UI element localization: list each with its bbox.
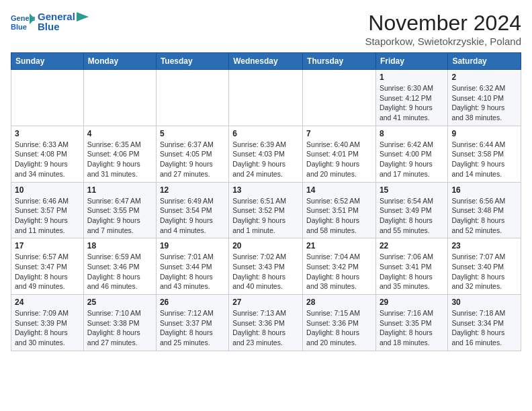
svg-marker-3	[77, 12, 89, 21]
day-info: Sunrise: 6:46 AM Sunset: 3:57 PM Dayligh…	[15, 196, 80, 236]
day-number: 23	[451, 241, 517, 250]
logo: General Blue General Blue	[11, 11, 89, 32]
calendar-cell	[156, 70, 228, 126]
day-info: Sunrise: 6:49 AM Sunset: 3:54 PM Dayligh…	[160, 196, 225, 236]
calendar-week-4: 17Sunrise: 6:57 AM Sunset: 3:47 PM Dayli…	[11, 238, 521, 295]
calendar-cell: 1Sunrise: 6:30 AM Sunset: 4:12 PM Daylig…	[375, 70, 447, 126]
day-info: Sunrise: 7:07 AM Sunset: 3:40 PM Dayligh…	[451, 252, 517, 291]
weekday-header-thursday: Thursday	[303, 53, 376, 70]
day-number: 12	[160, 185, 225, 195]
day-number: 20	[232, 241, 299, 250]
day-info: Sunrise: 6:52 AM Sunset: 3:51 PM Dayligh…	[306, 196, 372, 236]
calendar-cell: 5Sunrise: 6:37 AM Sunset: 4:05 PM Daylig…	[156, 126, 228, 182]
page-header: General Blue General Blue November 2024 …	[11, 11, 521, 47]
day-info: Sunrise: 7:04 AM Sunset: 3:42 PM Dayligh…	[306, 252, 372, 291]
day-info: Sunrise: 7:12 AM Sunset: 3:37 PM Dayligh…	[160, 308, 225, 348]
calendar-cell: 22Sunrise: 7:06 AM Sunset: 3:41 PM Dayli…	[375, 238, 447, 295]
calendar-week-2: 3Sunrise: 6:33 AM Sunset: 4:08 PM Daylig…	[11, 126, 521, 182]
calendar-cell: 23Sunrise: 7:07 AM Sunset: 3:40 PM Dayli…	[448, 238, 521, 295]
calendar-cell	[303, 70, 376, 126]
weekday-header-friday: Friday	[375, 53, 447, 70]
calendar-cell: 7Sunrise: 6:40 AM Sunset: 4:01 PM Daylig…	[303, 126, 376, 182]
calendar-cell: 17Sunrise: 6:57 AM Sunset: 3:47 PM Dayli…	[11, 238, 84, 295]
calendar-cell: 8Sunrise: 6:42 AM Sunset: 4:00 PM Daylig…	[375, 126, 447, 182]
calendar-cell: 9Sunrise: 6:44 AM Sunset: 3:58 PM Daylig…	[448, 126, 521, 182]
day-number: 28	[306, 298, 372, 307]
svg-text:Blue: Blue	[11, 23, 27, 31]
day-number: 21	[306, 241, 372, 250]
weekday-header-row: SundayMondayTuesdayWednesdayThursdayFrid…	[11, 53, 521, 70]
calendar-cell: 26Sunrise: 7:12 AM Sunset: 3:37 PM Dayli…	[156, 295, 228, 351]
calendar-cell	[11, 70, 84, 126]
day-info: Sunrise: 6:51 AM Sunset: 3:52 PM Dayligh…	[232, 196, 299, 236]
day-info: Sunrise: 6:44 AM Sunset: 3:58 PM Dayligh…	[451, 140, 517, 179]
day-info: Sunrise: 7:02 AM Sunset: 3:43 PM Dayligh…	[232, 252, 299, 291]
day-number: 26	[160, 298, 225, 307]
day-info: Sunrise: 6:56 AM Sunset: 3:48 PM Dayligh…	[451, 196, 517, 236]
calendar-cell: 28Sunrise: 7:15 AM Sunset: 3:36 PM Dayli…	[303, 295, 376, 351]
calendar-cell	[83, 70, 156, 126]
calendar-cell: 13Sunrise: 6:51 AM Sunset: 3:52 PM Dayli…	[229, 182, 303, 238]
logo-icon: General Blue	[11, 12, 35, 31]
title-block: November 2024 Staporkow, Swietokrzyskie,…	[365, 11, 521, 47]
day-number: 10	[15, 185, 80, 195]
day-number: 30	[451, 298, 517, 307]
day-number: 2	[451, 73, 517, 82]
day-number: 9	[451, 129, 517, 138]
day-info: Sunrise: 7:06 AM Sunset: 3:41 PM Dayligh…	[380, 252, 444, 291]
calendar-body: 1Sunrise: 6:30 AM Sunset: 4:12 PM Daylig…	[11, 70, 521, 351]
calendar-cell: 15Sunrise: 6:54 AM Sunset: 3:49 PM Dayli…	[375, 182, 447, 238]
calendar-cell: 19Sunrise: 7:01 AM Sunset: 3:44 PM Dayli…	[156, 238, 228, 295]
day-info: Sunrise: 7:18 AM Sunset: 3:34 PM Dayligh…	[451, 308, 517, 348]
day-number: 29	[380, 298, 444, 307]
day-info: Sunrise: 6:37 AM Sunset: 4:05 PM Dayligh…	[160, 140, 225, 179]
calendar-header: SundayMondayTuesdayWednesdayThursdayFrid…	[11, 53, 521, 70]
calendar-cell: 20Sunrise: 7:02 AM Sunset: 3:43 PM Dayli…	[229, 238, 303, 295]
day-info: Sunrise: 6:47 AM Sunset: 3:55 PM Dayligh…	[87, 196, 152, 236]
day-number: 18	[87, 241, 152, 250]
weekday-header-tuesday: Tuesday	[156, 53, 228, 70]
day-info: Sunrise: 7:10 AM Sunset: 3:38 PM Dayligh…	[87, 308, 152, 348]
day-info: Sunrise: 6:35 AM Sunset: 4:06 PM Dayligh…	[87, 140, 152, 179]
day-info: Sunrise: 6:33 AM Sunset: 4:08 PM Dayligh…	[15, 140, 80, 179]
day-number: 15	[380, 185, 444, 195]
calendar-cell: 4Sunrise: 6:35 AM Sunset: 4:06 PM Daylig…	[83, 126, 156, 182]
day-info: Sunrise: 7:09 AM Sunset: 3:39 PM Dayligh…	[15, 308, 80, 348]
logo-blue: Blue	[38, 21, 89, 32]
day-info: Sunrise: 7:15 AM Sunset: 3:36 PM Dayligh…	[306, 308, 372, 348]
day-number: 1	[380, 73, 444, 82]
day-number: 27	[232, 298, 299, 307]
day-info: Sunrise: 6:30 AM Sunset: 4:12 PM Dayligh…	[380, 83, 444, 123]
calendar-cell: 29Sunrise: 7:16 AM Sunset: 3:35 PM Dayli…	[375, 295, 447, 351]
day-info: Sunrise: 7:16 AM Sunset: 3:35 PM Dayligh…	[380, 308, 444, 348]
weekday-header-sunday: Sunday	[11, 53, 84, 70]
calendar-cell: 10Sunrise: 6:46 AM Sunset: 3:57 PM Dayli…	[11, 182, 84, 238]
day-info: Sunrise: 6:42 AM Sunset: 4:00 PM Dayligh…	[380, 140, 444, 179]
weekday-header-saturday: Saturday	[448, 53, 521, 70]
day-info: Sunrise: 6:57 AM Sunset: 3:47 PM Dayligh…	[15, 252, 80, 291]
calendar-cell: 25Sunrise: 7:10 AM Sunset: 3:38 PM Dayli…	[83, 295, 156, 351]
calendar-cell: 2Sunrise: 6:32 AM Sunset: 4:10 PM Daylig…	[448, 70, 521, 126]
day-number: 7	[306, 129, 372, 138]
day-number: 6	[232, 129, 299, 138]
calendar-cell: 16Sunrise: 6:56 AM Sunset: 3:48 PM Dayli…	[448, 182, 521, 238]
calendar-week-5: 24Sunrise: 7:09 AM Sunset: 3:39 PM Dayli…	[11, 295, 521, 351]
calendar-cell: 30Sunrise: 7:18 AM Sunset: 3:34 PM Dayli…	[448, 295, 521, 351]
day-number: 19	[160, 241, 225, 250]
calendar-cell: 6Sunrise: 6:39 AM Sunset: 4:03 PM Daylig…	[229, 126, 303, 182]
location-title: Staporkow, Swietokrzyskie, Poland	[365, 36, 521, 47]
calendar-cell: 11Sunrise: 6:47 AM Sunset: 3:55 PM Dayli…	[83, 182, 156, 238]
day-info: Sunrise: 6:59 AM Sunset: 3:46 PM Dayligh…	[87, 252, 152, 291]
day-number: 11	[87, 185, 152, 195]
day-number: 25	[87, 298, 152, 307]
weekday-header-monday: Monday	[83, 53, 156, 70]
calendar-cell: 27Sunrise: 7:13 AM Sunset: 3:36 PM Dayli…	[229, 295, 303, 351]
day-number: 5	[160, 129, 225, 138]
day-number: 3	[15, 129, 80, 138]
day-info: Sunrise: 6:39 AM Sunset: 4:03 PM Dayligh…	[232, 140, 299, 179]
calendar-cell: 14Sunrise: 6:52 AM Sunset: 3:51 PM Dayli…	[303, 182, 376, 238]
logo-triangle-icon	[77, 12, 89, 21]
day-info: Sunrise: 6:54 AM Sunset: 3:49 PM Dayligh…	[380, 196, 444, 236]
day-number: 14	[306, 185, 372, 195]
day-info: Sunrise: 6:32 AM Sunset: 4:10 PM Dayligh…	[451, 83, 517, 123]
